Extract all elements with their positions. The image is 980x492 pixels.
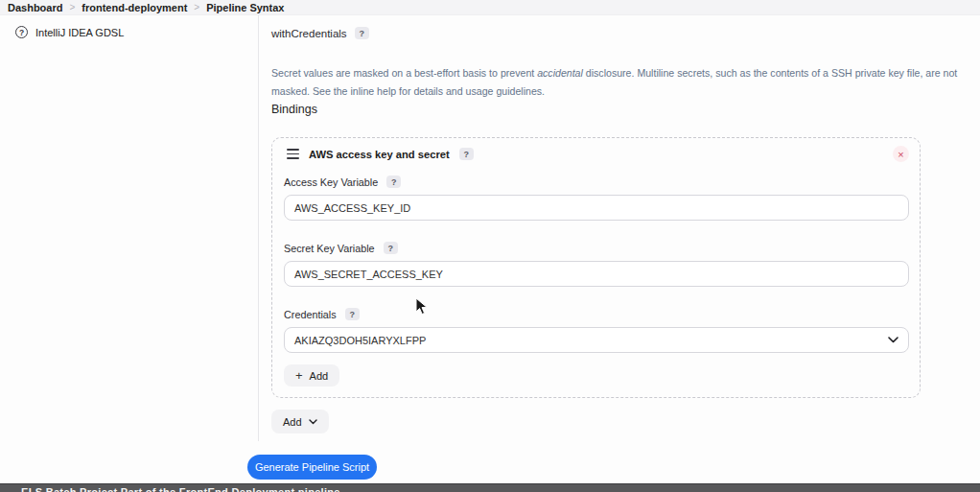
help-icon[interactable]: ?: [355, 27, 369, 39]
sidebar-item-intellij-gdsl[interactable]: ? IntelliJ IDEA GDSL: [0, 15, 258, 38]
access-key-variable-label: Access Key Variable: [284, 176, 378, 188]
breadcrumb: Dashboard > frontend-deployment > Pipeli…: [0, 0, 980, 15]
help-icon[interactable]: ?: [386, 176, 401, 188]
section-title-row: withCredentials ?: [271, 27, 369, 39]
field-label-row: Access Key Variable ?: [284, 176, 401, 188]
add-dropdown-label: Add: [283, 416, 302, 428]
field-label-row: Secret Key Variable ?: [284, 242, 398, 254]
section-title: withCredentials: [271, 28, 347, 39]
secret-key-variable-label: Secret Key Variable: [284, 243, 375, 254]
credentials-label: Credentials: [284, 309, 337, 320]
description-line1: Secret values are masked on a best-effor…: [271, 67, 537, 79]
credentials-selected-value: AKIAZQ3DOH5IARYXLFPP: [294, 335, 426, 346]
access-key-variable-input[interactable]: [284, 195, 909, 221]
help-icon[interactable]: ?: [459, 148, 474, 160]
binding-card-title: AWS access key and secret: [309, 149, 450, 160]
binding-card: AWS access key and secret ? × Access Key…: [271, 137, 921, 398]
description-text: Secret values are masked on a best-effor…: [271, 64, 957, 101]
chevron-down-icon: [888, 337, 898, 343]
status-bar-clipped-text: ELS Batch Project Part of the FrontEnd D…: [21, 486, 340, 492]
main-content: withCredentials ? Secret values are mask…: [260, 15, 980, 492]
generate-pipeline-script-button[interactable]: Generate Pipeline Script: [247, 455, 377, 480]
add-binding-label: Add: [310, 370, 329, 382]
description-line2: masked. See the inline help for details …: [271, 82, 957, 101]
question-circle-icon: ?: [15, 26, 28, 38]
chevron-right-icon: >: [194, 2, 199, 12]
breadcrumb-item-pipeline-syntax[interactable]: Pipeline Syntax: [206, 2, 284, 13]
remove-binding-button[interactable]: ×: [893, 146, 909, 162]
field-label-row: Credentials ?: [284, 308, 360, 320]
help-icon[interactable]: ?: [384, 242, 398, 254]
sidebar: ? IntelliJ IDEA GDSL: [0, 15, 259, 441]
add-binding-button[interactable]: + Add: [284, 364, 339, 387]
help-icon[interactable]: ?: [345, 308, 360, 320]
credentials-select[interactable]: AKIAZQ3DOH5IARYXLFPP: [284, 327, 909, 353]
bindings-heading: Bindings: [271, 103, 317, 116]
drag-handle-icon[interactable]: [287, 149, 299, 159]
binding-card-header: AWS access key and secret ?: [287, 148, 474, 160]
add-dropdown-button[interactable]: Add: [271, 410, 329, 433]
description-italic: accidental: [537, 67, 583, 79]
description-line1-end: disclosure. Multiline secrets, such as t…: [583, 67, 957, 79]
chevron-right-icon: >: [69, 2, 75, 12]
chevron-down-icon: [309, 419, 317, 425]
breadcrumb-item-dashboard[interactable]: Dashboard: [8, 2, 62, 13]
secret-key-variable-input[interactable]: [284, 261, 909, 287]
sidebar-item-label: IntelliJ IDEA GDSL: [35, 27, 124, 38]
bottom-status-bar: ELS Batch Project Part of the FrontEnd D…: [0, 483, 980, 492]
plus-icon: +: [295, 368, 303, 383]
breadcrumb-item-job[interactable]: frontend-deployment: [82, 2, 187, 13]
